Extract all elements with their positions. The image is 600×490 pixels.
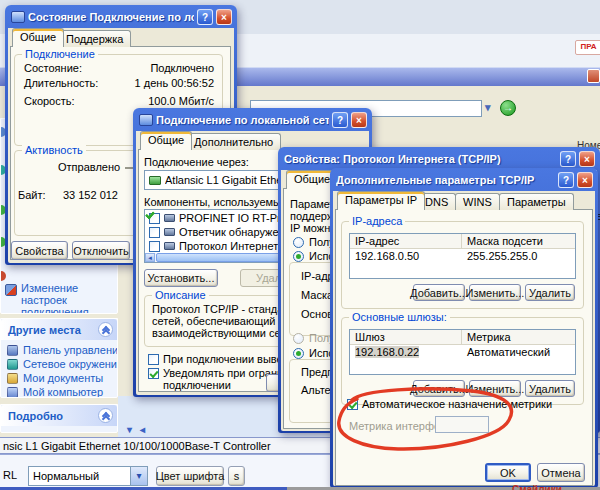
- manual-ip-radio[interactable]: [293, 251, 304, 262]
- protocol-icon: [164, 228, 175, 236]
- speed-value: 100.0 Мбит/с: [98, 95, 214, 108]
- network-connection-icon: [11, 11, 25, 23]
- ip-addresses-table[interactable]: IP-адрес Маска подсети 192.168.0.50 255.…: [349, 233, 576, 279]
- properties-window-titlebar: Подключение по локальной сети - свойства…: [136, 108, 369, 131]
- tab-advanced[interactable]: Дополнительно: [186, 133, 281, 150]
- go-button[interactable]: →: [500, 100, 516, 116]
- scroll-left-icon[interactable]: ◂: [140, 423, 145, 436]
- ip-edit-button[interactable]: Изменить...: [469, 284, 521, 301]
- status-window-title: Состояние Подключение по локальной сети: [28, 11, 194, 23]
- ip-addresses-group-label: IP-адреса: [349, 215, 405, 228]
- desktop: ПРА ▾ → Номер т ▾ ◂ nsic L1 Gigabit Ethe…: [0, 0, 600, 490]
- column-mask[interactable]: Маска подсети: [462, 234, 575, 248]
- notify-checkbox[interactable]: [148, 368, 159, 379]
- properties-button[interactable]: Свойства: [11, 241, 68, 260]
- scrollbar-thumb[interactable]: [156, 253, 296, 262]
- sidebar-item-documents[interactable]: Мои документы: [1, 371, 117, 385]
- table-header: Шлюз Метрика: [350, 330, 575, 345]
- ip-cell: 192.168.0.50: [350, 249, 462, 263]
- status-bar-text: nsic L1 Gigabit Ethernet 10/100/1000Base…: [3, 440, 271, 453]
- table-row[interactable]: 192.168.0.50 255.255.255.0: [350, 249, 575, 263]
- manual-dns-radio[interactable]: [293, 348, 304, 359]
- table-header: IP-адрес Маска подсети: [350, 234, 575, 249]
- gateway-add-button[interactable]: Добавить...: [413, 380, 465, 397]
- pane-icon: [0, 271, 6, 281]
- help-icon[interactable]: ?: [560, 151, 576, 167]
- column-metric[interactable]: Метрика: [462, 330, 575, 344]
- advanced-window-title: Дополнительные параметры TCP/IP: [336, 174, 555, 186]
- other-places-header[interactable]: Другие места: [1, 319, 117, 340]
- metric-cell: Автоматический: [462, 345, 575, 359]
- component-checkbox[interactable]: [149, 227, 160, 238]
- url-button-fragment[interactable]: RL: [3, 469, 17, 482]
- other-places-title: Другие места: [8, 324, 81, 336]
- column-ip[interactable]: IP-адрес: [350, 234, 462, 248]
- description-group-label: Описание: [152, 289, 209, 302]
- edit-button[interactable]: ПРА: [575, 40, 600, 55]
- scroll-down-icon[interactable]: ▾: [127, 423, 132, 436]
- ok-button[interactable]: OK: [485, 463, 531, 482]
- s-button[interactable]: s: [228, 466, 245, 486]
- tab-general[interactable]: Общие: [140, 131, 192, 150]
- tab-options[interactable]: Параметры: [499, 193, 574, 210]
- details-header[interactable]: Подробно: [1, 405, 117, 426]
- interface-metric-input: [435, 416, 489, 433]
- chevron-up-icon[interactable]: [98, 322, 113, 337]
- network-connection-icon: [139, 114, 153, 126]
- sidebar-item-computer[interactable]: Мой компьютер: [1, 385, 117, 398]
- tab-support[interactable]: Поддержка: [58, 30, 131, 47]
- column-gateway[interactable]: Шлюз: [350, 330, 462, 344]
- smileys-link-fragment[interactable]: Смайлики: [512, 483, 562, 490]
- help-icon[interactable]: ?: [332, 112, 348, 128]
- sidebar-item-network[interactable]: Сетевое окружение: [1, 357, 117, 371]
- properties-window-title: Подключение по локальной сети - свойства: [156, 114, 329, 126]
- documents-folder-icon: [7, 373, 18, 384]
- tab-wins[interactable]: WINS: [455, 193, 500, 210]
- selected-gateway-value: 192.168.0.22: [355, 346, 419, 358]
- tab-general[interactable]: Общие: [12, 28, 64, 47]
- background-close-icon[interactable]: [587, 69, 600, 83]
- ip-remove-button[interactable]: Удалить: [525, 284, 575, 301]
- duration-label: Длительность:: [24, 77, 98, 90]
- tcpip-window-title: Свойства: Протокол Интернета (TCP/IP): [284, 153, 557, 165]
- scroll-left-arrow[interactable]: ◂: [145, 253, 155, 262]
- help-icon[interactable]: ?: [558, 172, 574, 188]
- close-icon[interactable]: ×: [577, 172, 593, 188]
- status-window-titlebar: Состояние Подключение по локальной сети …: [8, 5, 234, 28]
- auto-metric-label: Автоматическое назначение метрики: [362, 398, 552, 411]
- show-icon-checkbox[interactable]: [148, 354, 159, 365]
- tcpip-window-titlebar: Свойства: Протокол Интернета (TCP/IP) ? …: [281, 147, 597, 170]
- auto-metric-checkbox[interactable]: [347, 399, 358, 410]
- notify-label-line2: подключении: [163, 379, 231, 392]
- change-settings-link[interactable]: Изменение настроек подключения: [21, 282, 115, 314]
- sent-label: Отправлено: [58, 161, 120, 174]
- sidebar-item-label: Сетевое окружение: [23, 358, 118, 370]
- chevron-up-icon[interactable]: [98, 408, 113, 423]
- address-dropdown-icon[interactable]: ▾: [485, 101, 491, 114]
- gateways-group-label: Основные шлюзы:: [349, 311, 450, 324]
- close-icon[interactable]: ×: [579, 151, 595, 167]
- mask-cell: 255.255.255.0: [462, 249, 575, 263]
- close-icon[interactable]: ×: [351, 112, 367, 128]
- table-row[interactable]: 192.168.0.22 Автоматический: [350, 345, 575, 359]
- font-style-select[interactable]: Нормальный ▾: [28, 466, 148, 486]
- cancel-button[interactable]: Отмена: [537, 463, 585, 482]
- close-icon[interactable]: ×: [216, 9, 232, 25]
- tab-ip-settings[interactable]: Параметры IP: [337, 191, 425, 210]
- sidebar-item-label: Панель управления: [23, 344, 118, 356]
- help-icon[interactable]: ?: [197, 9, 213, 25]
- speed-label: Скорость:: [24, 95, 75, 108]
- gateway-remove-button[interactable]: Удалить: [525, 380, 575, 397]
- component-checkbox[interactable]: [149, 241, 160, 252]
- details-pane: Подробно: [0, 404, 118, 433]
- auto-ip-radio[interactable]: [293, 237, 304, 248]
- font-color-button[interactable]: Цвет шрифта: [156, 466, 224, 486]
- font-style-dropdown-icon[interactable]: ▾: [130, 467, 147, 485]
- install-button[interactable]: Установить...: [144, 269, 218, 287]
- disconnect-button[interactable]: Отключить: [72, 241, 130, 260]
- gateway-cell: 192.168.0.22: [350, 345, 462, 359]
- ip-add-button[interactable]: Добавить...: [413, 284, 465, 301]
- gateways-table[interactable]: Шлюз Метрика 192.168.0.22 Автоматический: [349, 329, 576, 375]
- sidebar-item-control-panel[interactable]: Панель управления: [1, 343, 117, 357]
- gateway-edit-button[interactable]: Изменить...: [469, 380, 521, 397]
